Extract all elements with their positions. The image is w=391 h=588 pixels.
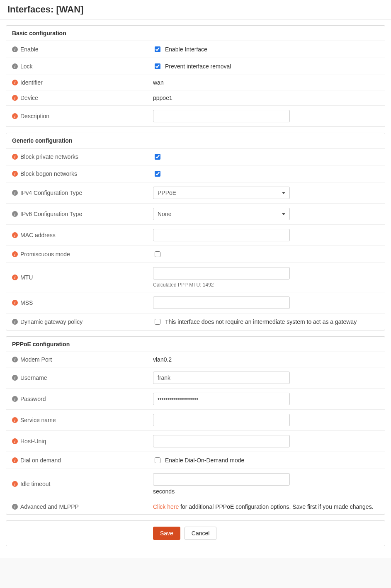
lock-checkbox-label: Prevent interface removal bbox=[165, 63, 231, 70]
info-icon[interactable]: i bbox=[12, 319, 18, 325]
lock-checkbox[interactable] bbox=[155, 63, 160, 69]
mtu-help: Calculated PPP MTU: 1492 bbox=[153, 282, 379, 288]
panel-pppoe: PPPoE configuration i Modem Port vlan0.2… bbox=[6, 336, 385, 515]
info-icon[interactable]: i bbox=[12, 171, 18, 177]
info-icon[interactable]: i bbox=[12, 80, 18, 85]
info-icon[interactable]: i bbox=[12, 357, 18, 362]
modem-port-value: vlan0.2 bbox=[153, 356, 172, 363]
dyn-gateway-checkbox-label: This interface does not require an inter… bbox=[165, 318, 357, 325]
info-icon[interactable]: i bbox=[12, 275, 18, 280]
ipv6-type-select[interactable]: None bbox=[153, 208, 290, 220]
cancel-button[interactable]: Cancel bbox=[185, 527, 217, 540]
mss-input[interactable] bbox=[153, 296, 290, 309]
info-icon[interactable]: i bbox=[12, 232, 18, 238]
info-icon[interactable]: i bbox=[12, 211, 18, 217]
label-mac: MAC address bbox=[20, 232, 56, 238]
idle-timeout-help: seconds bbox=[153, 488, 379, 495]
label-mss: MSS bbox=[20, 299, 33, 306]
block-private-checkbox[interactable] bbox=[155, 154, 160, 160]
save-button[interactable]: Save bbox=[153, 527, 180, 540]
block-bogon-checkbox[interactable] bbox=[155, 171, 160, 177]
label-description: Description bbox=[20, 113, 49, 119]
info-icon[interactable]: i bbox=[12, 300, 18, 306]
ipv6-type-value: None bbox=[158, 211, 171, 217]
advanced-link[interactable]: Click here bbox=[153, 503, 179, 510]
info-icon[interactable]: i bbox=[12, 417, 18, 423]
mtu-input[interactable] bbox=[153, 267, 290, 279]
service-name-input[interactable] bbox=[153, 414, 290, 426]
label-identifier: Identifier bbox=[20, 79, 43, 86]
info-icon[interactable]: i bbox=[12, 190, 18, 196]
label-block-private: Block private networks bbox=[20, 153, 78, 160]
info-icon[interactable]: i bbox=[12, 457, 18, 463]
advanced-rest: for additional PPPoE configuration optio… bbox=[179, 503, 373, 510]
label-ipv6-type: IPv6 Configuration Type bbox=[20, 211, 82, 217]
label-username: Username bbox=[20, 374, 47, 381]
label-modem-port: Modem Port bbox=[20, 356, 52, 363]
label-mtu: MTU bbox=[20, 274, 33, 281]
panel-generic: Generic configuration i Block private ne… bbox=[6, 133, 385, 330]
label-enable: Enable bbox=[20, 46, 39, 53]
label-dial-on-demand: Dial on demand bbox=[20, 457, 61, 464]
label-ipv4-type: IPv4 Configuration Type bbox=[20, 190, 82, 196]
chevron-down-icon bbox=[282, 192, 285, 194]
info-icon[interactable]: i bbox=[12, 481, 18, 487]
label-host-uniq: Host-Uniq bbox=[20, 438, 46, 445]
info-icon[interactable]: i bbox=[12, 396, 18, 402]
info-icon[interactable]: i bbox=[12, 113, 18, 119]
page-title: Interfaces: [WAN] bbox=[7, 4, 384, 15]
label-dyn-gateway: Dynamic gateway policy bbox=[20, 318, 83, 325]
host-uniq-input[interactable] bbox=[153, 435, 290, 447]
panel-heading-pppoe: PPPoE configuration bbox=[6, 337, 385, 352]
info-icon[interactable]: i bbox=[12, 63, 18, 69]
label-promiscuous: Promiscuous mode bbox=[20, 251, 70, 258]
username-input[interactable] bbox=[153, 372, 290, 384]
ipv4-type-value: PPPoE bbox=[158, 190, 176, 196]
panel-heading-generic: Generic configuration bbox=[6, 133, 385, 148]
label-idle-timeout: Idle timeout bbox=[20, 481, 50, 487]
info-icon[interactable]: i bbox=[12, 375, 18, 381]
label-password: Password bbox=[20, 396, 46, 402]
page-header: Interfaces: [WAN] bbox=[0, 0, 391, 19]
description-input[interactable] bbox=[153, 110, 290, 122]
device-value: pppoe1 bbox=[153, 95, 172, 101]
idle-timeout-input[interactable] bbox=[153, 473, 290, 486]
info-icon[interactable]: i bbox=[12, 251, 18, 257]
promiscuous-checkbox[interactable] bbox=[155, 251, 160, 257]
enable-checkbox[interactable] bbox=[155, 46, 160, 52]
panel-heading-basic: Basic configuration bbox=[6, 26, 385, 41]
info-icon[interactable]: i bbox=[12, 95, 18, 101]
label-service-name: Service name bbox=[20, 417, 56, 423]
label-device: Device bbox=[20, 95, 38, 101]
dyn-gateway-checkbox[interactable] bbox=[155, 319, 160, 325]
password-input[interactable] bbox=[153, 393, 290, 405]
panel-footer: Save Cancel bbox=[6, 520, 385, 546]
chevron-down-icon bbox=[282, 213, 285, 215]
dial-on-demand-checkbox-label: Enable Dial-On-Demand mode bbox=[165, 457, 244, 464]
ipv4-type-select[interactable]: PPPoE bbox=[153, 187, 290, 199]
info-icon[interactable]: i bbox=[12, 154, 18, 160]
label-block-bogon: Block bogon networks bbox=[20, 170, 77, 177]
info-icon[interactable]: i bbox=[12, 504, 18, 510]
enable-checkbox-label: Enable Interface bbox=[165, 46, 207, 53]
label-lock: Lock bbox=[20, 63, 33, 70]
panel-basic: Basic configuration i Enable Enable Inte… bbox=[6, 25, 385, 127]
identifier-value: wan bbox=[153, 79, 164, 86]
label-advanced: Advanced and MLPPP bbox=[20, 503, 79, 510]
mac-input[interactable] bbox=[153, 229, 290, 241]
dial-on-demand-checkbox[interactable] bbox=[155, 457, 160, 463]
info-icon[interactable]: i bbox=[12, 438, 18, 444]
info-icon[interactable]: i bbox=[12, 46, 18, 52]
